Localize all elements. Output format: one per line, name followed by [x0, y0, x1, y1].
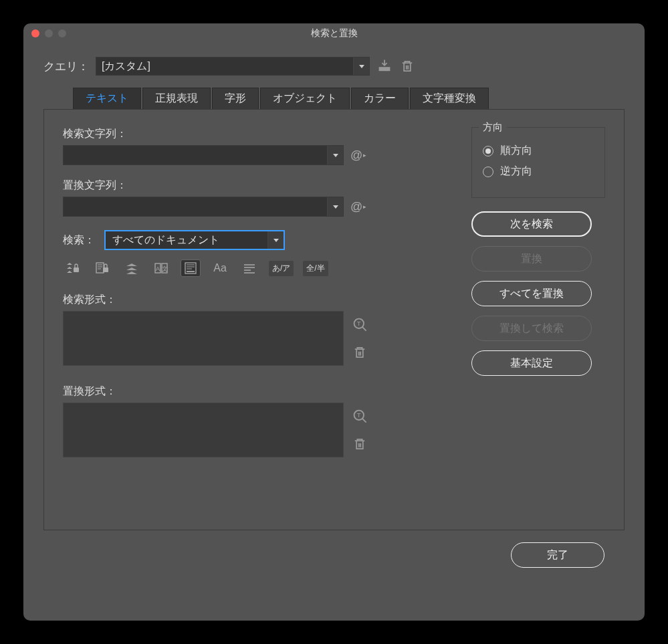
replace-input[interactable]	[64, 197, 327, 216]
search-scope-combo[interactable]: すべてのドキュメント	[104, 230, 285, 250]
width-sensitive-icon[interactable]: 全/半	[303, 261, 328, 276]
tab-transliterate[interactable]: 文字種変換	[410, 88, 489, 109]
replace-find-button[interactable]: 置換して検索	[471, 316, 592, 341]
case-sensitive-icon[interactable]: Aa	[210, 259, 230, 277]
master-pages-icon[interactable]: A文	[151, 259, 171, 277]
query-label: クエリ：	[43, 59, 89, 74]
direction-backward-radio[interactable]: 逆方向	[483, 165, 594, 179]
radio-icon	[483, 146, 493, 156]
delete-query-icon[interactable]	[399, 58, 415, 74]
replace-special-chars-icon[interactable]: @	[350, 200, 366, 214]
search-scope-value: すべてのドキュメント	[106, 233, 267, 247]
svg-rect-0	[379, 67, 391, 71]
search-scope-label: 検索：	[63, 233, 95, 247]
replace-format-clear-icon[interactable]	[352, 436, 368, 452]
options-toolbar: A文 Aa あ/ア 全/半	[63, 259, 451, 277]
svg-rect-2	[96, 263, 104, 273]
tab-regex[interactable]: 正規表現	[142, 88, 211, 109]
whole-word-icon[interactable]	[239, 259, 259, 277]
titlebar: 検索と置換	[23, 23, 645, 43]
find-format-label: 検索形式：	[63, 293, 451, 307]
tabs: テキスト 正規表現 字形 オブジェクト カラー 文字種変換	[73, 88, 625, 109]
query-dropdown-button[interactable]	[353, 58, 369, 75]
radio-icon	[483, 167, 493, 177]
query-value: [カスタム]	[96, 60, 353, 74]
find-format-box[interactable]	[63, 311, 344, 366]
find-label: 検索文字列：	[63, 127, 451, 141]
replace-input-combo[interactable]	[63, 197, 344, 217]
find-next-button[interactable]: 次を検索	[471, 211, 592, 237]
find-format-clear-icon[interactable]	[352, 344, 368, 360]
right-column: 方向 順方向 逆方向 次を検索 置換 すべてを置換 置換して検索 基本設定	[471, 127, 605, 512]
direction-legend: 方向	[479, 121, 507, 134]
basic-settings-button[interactable]: 基本設定	[471, 350, 592, 376]
replace-format-label: 置換形式：	[63, 385, 451, 399]
find-replace-window: 検索と置換 クエリ： [カスタム] テキスト 正規表現 字形 オブジェクト カラ…	[23, 23, 645, 621]
direction-fieldset: 方向 順方向 逆方向	[471, 127, 605, 198]
replace-format-specify-icon[interactable]: T	[352, 408, 368, 424]
kana-sensitive-icon[interactable]: あ/ア	[269, 261, 294, 276]
query-combo[interactable]: [カスタム]	[96, 57, 370, 76]
replace-dropdown-button[interactable]	[327, 197, 343, 216]
hidden-layers-icon[interactable]	[122, 259, 142, 277]
save-query-icon[interactable]	[376, 58, 393, 74]
replace-button[interactable]: 置換	[471, 246, 592, 272]
replace-all-button[interactable]: すべてを置換	[471, 281, 592, 306]
panel: 検索文字列： @ 置換文字列： @ 検	[43, 109, 625, 530]
svg-text:T: T	[357, 411, 361, 419]
find-input-combo[interactable]	[63, 145, 344, 165]
svg-text:A: A	[156, 265, 160, 272]
tab-object[interactable]: オブジェクト	[260, 88, 350, 109]
done-button[interactable]: 完了	[511, 542, 604, 568]
tab-color[interactable]: カラー	[351, 88, 409, 109]
direction-forward-label: 順方向	[500, 144, 532, 158]
locked-layers-icon[interactable]	[63, 259, 83, 277]
svg-rect-3	[103, 267, 108, 272]
svg-text:T: T	[357, 320, 361, 327]
window-title: 検索と置換	[23, 27, 645, 39]
replace-label: 置換文字列：	[63, 179, 451, 193]
scope-dropdown-button[interactable]	[267, 231, 284, 249]
find-dropdown-button[interactable]	[327, 146, 343, 165]
direction-backward-label: 逆方向	[500, 165, 532, 179]
svg-rect-1	[74, 267, 79, 272]
locked-stories-icon[interactable]	[92, 259, 112, 277]
find-input[interactable]	[64, 146, 327, 165]
find-format-specify-icon[interactable]: T	[352, 316, 368, 332]
direction-forward-radio[interactable]: 順方向	[483, 144, 594, 158]
replace-format-box[interactable]	[63, 403, 344, 457]
svg-text:文: 文	[162, 265, 168, 272]
content: クエリ： [カスタム] テキスト 正規表現 字形 オブジェクト カラー 文字種変…	[23, 43, 645, 581]
tab-glyph[interactable]: 字形	[212, 88, 259, 109]
find-special-chars-icon[interactable]: @	[350, 148, 366, 163]
tab-text[interactable]: テキスト	[73, 88, 141, 109]
left-column: 検索文字列： @ 置換文字列： @ 検	[63, 127, 451, 512]
footnotes-icon[interactable]	[181, 259, 201, 277]
